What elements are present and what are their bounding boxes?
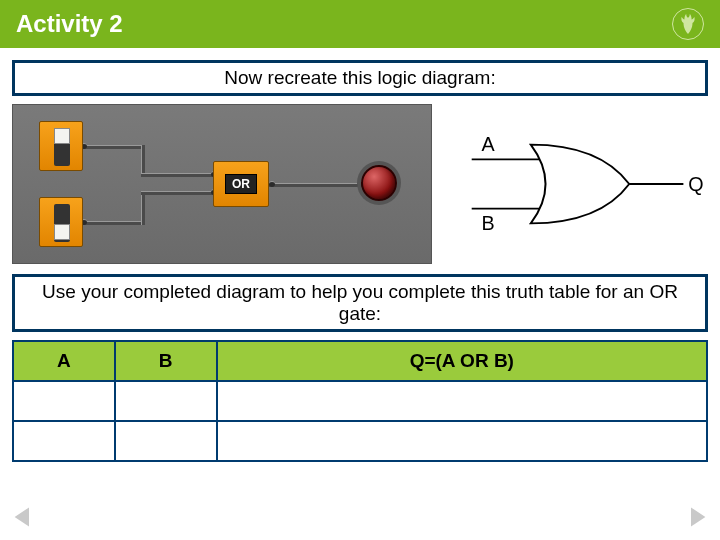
table-row (13, 381, 707, 421)
diagram-row: OR A B Q (12, 104, 708, 264)
wire (83, 145, 143, 149)
or-gate-symbol: A B Q (452, 104, 708, 264)
truth-table-header-b: B (115, 341, 217, 381)
wire (141, 173, 215, 177)
truth-table: A B Q=(A OR B) (12, 340, 708, 462)
slide-title: Activity 2 (16, 10, 123, 38)
switch-a[interactable] (39, 121, 83, 171)
or-gate-label: OR (225, 174, 257, 194)
wire-node (269, 181, 275, 187)
symbol-output-label: Q (688, 173, 703, 195)
symbol-input-a-label: A (482, 134, 496, 156)
slide-header: Activity 2 (0, 0, 720, 48)
truth-table-header-a: A (13, 341, 115, 381)
truth-cell[interactable] (115, 421, 217, 461)
truth-cell[interactable] (217, 381, 707, 421)
prev-slide-button[interactable] (6, 500, 40, 534)
next-slide-button[interactable] (680, 500, 714, 534)
truth-cell[interactable] (13, 421, 115, 461)
svg-marker-3 (15, 507, 29, 526)
wire (269, 183, 359, 187)
truth-table-header-q: Q=(A OR B) (217, 341, 707, 381)
lamp-output[interactable] (361, 165, 397, 201)
switch-knob-icon (54, 224, 70, 240)
wire (83, 221, 143, 225)
stag-head-icon (672, 8, 704, 40)
truth-cell[interactable] (217, 421, 707, 461)
symbol-input-b-label: B (482, 212, 495, 234)
instruction-recreate: Now recreate this logic diagram: (12, 60, 708, 96)
svg-marker-4 (691, 507, 705, 526)
truth-cell[interactable] (115, 381, 217, 421)
wire (141, 193, 145, 225)
or-gate[interactable]: OR (213, 161, 269, 207)
slide-body: Now recreate this logic diagram: (0, 48, 720, 474)
table-row (13, 421, 707, 461)
instruction-truth-table: Use your completed diagram to help you c… (12, 274, 708, 332)
truth-cell[interactable] (13, 381, 115, 421)
switch-b[interactable] (39, 197, 83, 247)
wire (141, 145, 145, 175)
switch-knob-icon (54, 128, 70, 144)
wire (141, 191, 215, 195)
logic-sim-panel: OR (12, 104, 432, 264)
